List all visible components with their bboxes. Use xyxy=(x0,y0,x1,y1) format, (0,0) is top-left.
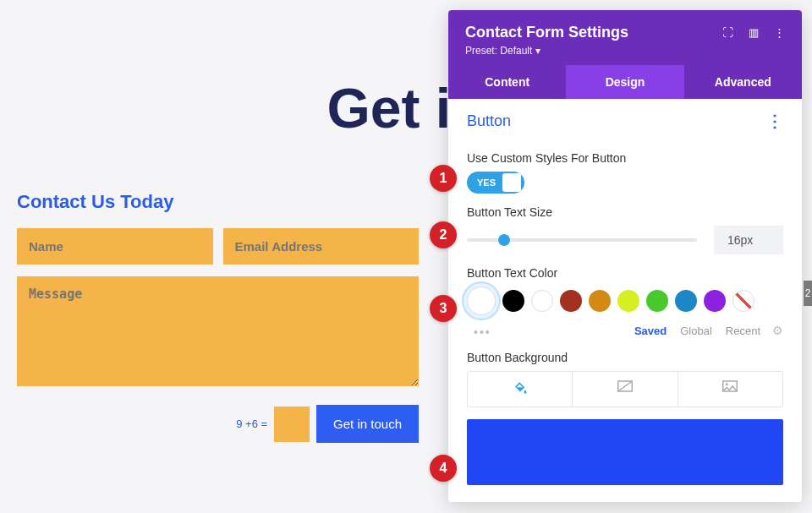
toggle-yes-text: YES xyxy=(469,177,502,188)
text-color-label: Button Text Color xyxy=(467,266,783,280)
swatch-more-icon[interactable]: ••• xyxy=(474,325,491,339)
swatch-black[interactable] xyxy=(502,290,524,312)
name-field[interactable] xyxy=(17,228,213,265)
toggle-knob xyxy=(502,173,521,192)
swatch-amber[interactable] xyxy=(589,290,611,312)
bg-tab-image[interactable] xyxy=(678,372,782,407)
paint-bucket-icon xyxy=(513,380,528,396)
swatch-tab-saved[interactable]: Saved xyxy=(634,325,667,337)
section-button[interactable]: Button ⋮ xyxy=(467,99,783,139)
svg-point-2 xyxy=(726,383,728,385)
annotation-2: 2 xyxy=(430,221,457,248)
custom-styles-label: Use Custom Styles For Button xyxy=(467,151,783,165)
settings-panel: Contact Form Settings ⛶ ▥ ⋮ Preset: Defa… xyxy=(448,10,802,502)
annotation-1: 1 xyxy=(430,165,457,192)
tab-advanced[interactable]: Advanced xyxy=(684,65,802,99)
panel-header[interactable]: Contact Form Settings ⛶ ▥ ⋮ Preset: Defa… xyxy=(448,10,802,65)
swatch-tab-recent[interactable]: Recent xyxy=(726,325,760,337)
message-field[interactable] xyxy=(17,276,419,386)
setting-background: Button Background xyxy=(467,351,783,485)
text-size-label: Button Text Size xyxy=(467,205,783,219)
swatch-tabs: Saved Global Recent xyxy=(634,325,760,337)
image-icon xyxy=(722,380,738,392)
setting-text-color: Button Text Color ••• Saved Global Recen… xyxy=(467,266,783,339)
section-title: Button xyxy=(467,112,511,130)
setting-custom-styles: Use Custom Styles For Button YES xyxy=(467,151,783,194)
background-color-preview[interactable] xyxy=(467,419,783,485)
captcha-prompt: 9 +6 = xyxy=(236,417,267,430)
tab-content[interactable]: Content xyxy=(448,65,566,99)
slider-thumb[interactable] xyxy=(498,234,510,246)
bg-tab-gradient[interactable] xyxy=(573,372,678,407)
page-edge-marker: 2 xyxy=(804,281,812,306)
preset-dropdown[interactable]: Preset: Default ▾ xyxy=(465,45,785,57)
setting-text-size: Button Text Size 16px xyxy=(467,205,783,254)
panel-title: Contact Form Settings xyxy=(465,24,628,41)
swatch-dark-red[interactable] xyxy=(560,290,582,312)
custom-styles-toggle[interactable]: YES xyxy=(467,172,524,194)
tab-design[interactable]: Design xyxy=(566,65,683,99)
swatch-purple[interactable] xyxy=(704,290,726,312)
form-row-top xyxy=(17,228,419,265)
background-tabs xyxy=(467,371,783,407)
swatch-blue[interactable] xyxy=(675,290,697,312)
swatch-current[interactable] xyxy=(467,287,496,315)
panel-tabs: Content Design Advanced xyxy=(448,65,802,99)
text-size-value[interactable]: 16px xyxy=(714,226,783,254)
text-size-slider[interactable] xyxy=(467,238,697,242)
swatch-green[interactable] xyxy=(646,290,668,312)
layout-icon[interactable]: ▥ xyxy=(749,26,759,39)
form-footer: 9 +6 = Get in touch xyxy=(17,405,419,443)
swatch-tab-global[interactable]: Global xyxy=(680,325,712,337)
swatch-lime[interactable] xyxy=(617,290,639,312)
gear-icon[interactable]: ⚙ xyxy=(772,324,783,337)
swatch-row xyxy=(467,287,783,315)
submit-button[interactable]: Get in touch xyxy=(316,405,419,443)
bg-tab-color[interactable] xyxy=(468,372,573,407)
annotation-3: 3 xyxy=(430,295,457,322)
email-field[interactable] xyxy=(223,228,420,265)
panel-menu-icon[interactable]: ⋮ xyxy=(774,26,785,39)
panel-body: Button ⋮ Use Custom Styles For Button YE… xyxy=(448,99,802,502)
section-menu-icon[interactable]: ⋮ xyxy=(766,111,783,131)
expand-icon[interactable]: ⛶ xyxy=(722,26,733,39)
annotation-4: 4 xyxy=(430,455,457,482)
swatch-none[interactable] xyxy=(732,290,754,312)
captcha-input[interactable] xyxy=(274,407,310,442)
panel-header-icons: ⛶ ▥ ⋮ xyxy=(722,26,785,39)
swatch-white[interactable] xyxy=(531,290,553,312)
gradient-icon xyxy=(617,380,633,392)
background-label: Button Background xyxy=(467,351,783,364)
